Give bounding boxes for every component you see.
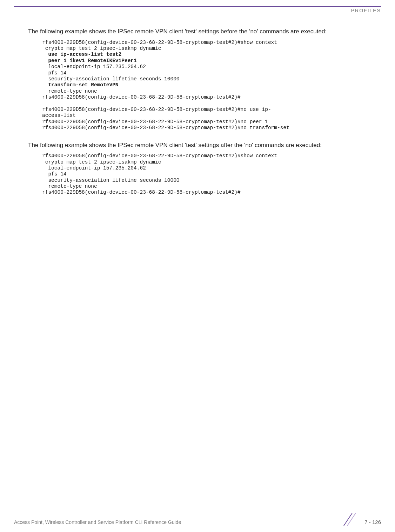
code-line: remote-type none: [42, 88, 97, 94]
code-line: remote-type none: [42, 184, 97, 189]
code-line-bold: transform-set RemoteVPN: [42, 82, 119, 88]
code-line: security-association lifetime seconds 10…: [42, 178, 180, 183]
code-line: pfs 14: [42, 171, 67, 177]
code-line: rfs4000-229D58(config-device-00-23-68-22…: [42, 119, 268, 125]
code-line: crypto map test 2 ipsec-isakmp dynamic: [42, 159, 161, 165]
svg-line-0: [344, 513, 352, 526]
code-line: rfs4000-229D58(config-device-00-23-68-22…: [42, 125, 289, 131]
code-block-before: rfs4000-229D58(config-device-00-23-68-22…: [42, 40, 381, 131]
paragraph-before: The following example shows the IPSec re…: [28, 27, 381, 36]
code-line: local-endpoint-ip 157.235.204.62: [42, 64, 146, 69]
code-line: pfs 14: [42, 70, 67, 76]
page-footer: Access Point, Wireless Controller and Se…: [0, 511, 395, 525]
page-content: The following example shows the IPSec re…: [0, 13, 395, 196]
code-line: local-endpoint-ip 157.235.204.62: [42, 165, 146, 171]
paragraph-after: The following example shows the IPSec re…: [28, 141, 381, 150]
header-section-label: PROFILES: [0, 7, 395, 13]
footer-guide-title: Access Point, Wireless Controller and Se…: [14, 519, 181, 525]
code-line: access-list: [42, 113, 76, 118]
code-line-bold: use ip-access-list test2: [42, 52, 121, 57]
code-line: security-association lifetime seconds 10…: [42, 76, 180, 82]
code-line: crypto map test 2 ipsec-isakmp dynamic: [42, 46, 161, 51]
svg-line-1: [347, 513, 356, 526]
code-line: rfs4000-229D58(config-device-00-23-68-22…: [42, 107, 271, 112]
code-line: rfs4000-229D58(config-device-00-23-68-22…: [42, 189, 241, 195]
footer-slash-icon: [339, 512, 360, 526]
code-line: rfs4000-229D58(config-device-00-23-68-22…: [42, 40, 277, 45]
code-line-bold: peer 1 ikev1 RemoteIKEv1Peer1: [42, 58, 137, 64]
code-line: rfs4000-229D58(config-device-00-23-68-22…: [42, 94, 241, 100]
page-number: 7 - 126: [364, 519, 381, 525]
code-block-after: rfs4000-229D58(config-device-00-23-68-22…: [42, 153, 381, 196]
code-line: rfs4000-229D58(config-device-00-23-68-22…: [42, 153, 277, 159]
